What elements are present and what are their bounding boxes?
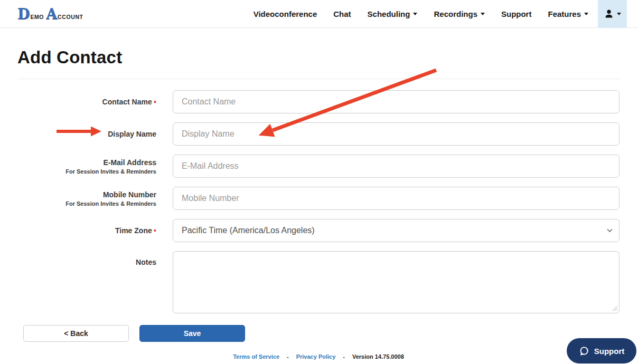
contact-name-input[interactable]	[173, 90, 620, 113]
logo[interactable]: D EMO A CCOUNT	[17, 7, 86, 21]
form-row-display-name: Display Name	[17, 122, 620, 146]
footer-separator: -	[287, 353, 289, 360]
title-divider	[17, 79, 620, 79]
form-row-mobile: Mobile Number For Session Invites & Remi…	[17, 187, 620, 210]
chevron-down-icon	[607, 228, 613, 233]
caret-down-icon	[617, 13, 621, 15]
support-chat-label: Support	[594, 347, 625, 356]
mobile-input[interactable]	[173, 187, 620, 210]
version-text: Version 14.75.0008	[352, 353, 404, 360]
form-row-email: E-Mail Address For Session Invites & Rem…	[17, 155, 620, 178]
email-sublabel: For Session Invites & Reminders	[17, 168, 156, 175]
footer-separator: -	[343, 353, 345, 360]
display-name-label: Display Name	[108, 130, 156, 138]
app-screen: D EMO A CCOUNT Videoconference Chat Sche…	[0, 0, 638, 364]
nav-item-recordings[interactable]: Recordings	[434, 9, 485, 18]
caret-down-icon	[481, 13, 485, 15]
form-actions: < Back Save	[17, 325, 620, 342]
privacy-policy-link[interactable]: Privacy Policy	[296, 353, 336, 360]
nav-item-features[interactable]: Features	[548, 9, 588, 18]
footer: Terms of Service - Privacy Policy - Vers…	[17, 353, 620, 360]
nav-item-chat[interactable]: Chat	[333, 9, 351, 18]
form-row-notes: Notes	[17, 251, 620, 313]
email-input[interactable]	[173, 155, 620, 178]
save-button[interactable]: Save	[139, 325, 245, 342]
notes-textarea[interactable]	[173, 251, 620, 313]
form-row-contact-name: Contact Name•	[17, 90, 620, 113]
user-icon	[604, 8, 614, 19]
support-chat-button[interactable]: Support	[567, 338, 636, 363]
notes-label: Notes	[136, 258, 156, 266]
logo-account-initial: A	[46, 7, 57, 21]
main-content: Add Contact Contact Name• Display Name	[0, 47, 638, 360]
contact-name-label: Contact Name	[102, 98, 152, 106]
speech-bubble-icon	[579, 346, 589, 356]
top-navbar: D EMO A CCOUNT Videoconference Chat Sche…	[0, 0, 638, 28]
nav-item-videoconference[interactable]: Videoconference	[254, 9, 317, 18]
add-contact-form: Contact Name• Display Name E-Mail Addres…	[17, 90, 620, 342]
back-button[interactable]: < Back	[23, 325, 129, 342]
mobile-sublabel: For Session Invites & Reminders	[17, 200, 156, 207]
page-title: Add Contact	[17, 47, 620, 68]
mobile-label: Mobile Number	[17, 190, 156, 199]
logo-account-rest: CCOUNT	[58, 14, 83, 20]
terms-of-service-link[interactable]: Terms of Service	[233, 353, 279, 360]
required-marker: •	[154, 97, 156, 106]
logo-demo-rest: EMO	[30, 14, 44, 20]
logo-demo-initial: D	[17, 7, 30, 21]
nav-menu: Videoconference Chat Scheduling Recordin…	[254, 9, 588, 18]
caret-down-icon	[584, 13, 588, 15]
timezone-label: Time Zone	[115, 226, 152, 235]
timezone-select[interactable]: Pacific Time (America/Los Angeles)	[173, 219, 620, 242]
caret-down-icon	[413, 13, 417, 15]
display-name-input[interactable]	[173, 122, 620, 146]
form-row-timezone: Time Zone• Pacific Time (America/Los Ang…	[17, 219, 620, 242]
timezone-selected-value: Pacific Time (America/Los Angeles)	[182, 226, 315, 235]
required-marker: •	[154, 226, 156, 235]
user-menu[interactable]	[598, 0, 627, 28]
textarea-resize-handle[interactable]	[612, 305, 618, 311]
email-label: E-Mail Address	[17, 158, 156, 167]
nav-item-support[interactable]: Support	[501, 9, 532, 18]
nav-item-scheduling[interactable]: Scheduling	[368, 9, 418, 18]
